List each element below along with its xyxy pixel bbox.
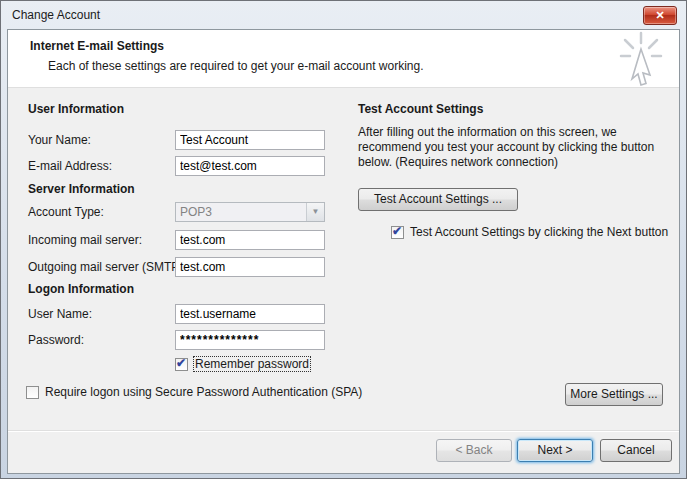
checkmark-icon[interactable] xyxy=(391,226,404,239)
username-input[interactable] xyxy=(175,304,325,324)
checkmark-icon[interactable] xyxy=(175,358,188,371)
test-on-next-label: Test Account Settings by clicking the Ne… xyxy=(410,225,668,239)
your-name-label: Your Name: xyxy=(28,133,91,147)
incoming-server-label: Incoming mail server: xyxy=(28,233,142,247)
footer-separator xyxy=(8,430,679,432)
email-address-label: E-mail Address: xyxy=(28,159,112,173)
test-account-settings-button-label: Test Account Settings ... xyxy=(374,192,502,206)
outgoing-server-input[interactable] xyxy=(175,257,325,277)
account-type-value: POP3 xyxy=(176,205,306,219)
username-label: User Name: xyxy=(28,307,92,321)
server-information-heading: Server Information xyxy=(28,182,135,196)
back-button[interactable]: < Back xyxy=(436,439,512,462)
next-button-label: Next > xyxy=(537,443,572,457)
test-account-settings-heading: Test Account Settings xyxy=(358,102,483,116)
back-button-label: < Back xyxy=(455,443,492,457)
spa-label: Require logon using Secure Password Auth… xyxy=(45,385,362,399)
user-information-heading: User Information xyxy=(28,102,124,116)
incoming-server-input[interactable] xyxy=(175,230,325,250)
change-account-dialog: Change Account ✕ Internet E-mail Setting… xyxy=(0,0,687,479)
close-icon: ✕ xyxy=(655,9,664,21)
account-type-label: Account Type: xyxy=(28,205,104,219)
account-type-dropdown[interactable]: POP3 ▼ xyxy=(175,202,325,222)
sparkle-cursor-icon xyxy=(601,31,663,91)
page-title: Internet E-mail Settings xyxy=(30,39,164,53)
cancel-button-label: Cancel xyxy=(617,443,654,457)
your-name-input[interactable] xyxy=(175,130,325,150)
dialog-header: Internet E-mail Settings Each of these s… xyxy=(8,30,679,88)
chevron-down-icon: ▼ xyxy=(306,203,324,221)
close-button[interactable]: ✕ xyxy=(643,6,677,25)
test-on-next-checkbox[interactable]: Test Account Settings by clicking the Ne… xyxy=(391,225,668,239)
dialog-body: Internet E-mail Settings Each of these s… xyxy=(7,29,680,474)
more-settings-button[interactable]: More Settings ... xyxy=(565,383,663,406)
next-button[interactable]: Next > xyxy=(517,439,593,462)
checkbox-icon[interactable] xyxy=(26,386,39,399)
test-settings-description: After filling out the information on thi… xyxy=(358,125,680,170)
page-subtitle: Each of these settings are required to g… xyxy=(48,59,424,73)
password-input[interactable] xyxy=(175,330,325,350)
logon-information-heading: Logon Information xyxy=(28,282,134,296)
password-label: Password: xyxy=(28,333,84,347)
remember-password-label: Remember password xyxy=(194,357,310,371)
outgoing-server-label: Outgoing mail server (SMTP): xyxy=(28,260,187,274)
email-address-input[interactable] xyxy=(175,156,325,176)
titlebar[interactable]: Change Account ✕ xyxy=(1,1,686,29)
spa-checkbox[interactable]: Require logon using Secure Password Auth… xyxy=(26,385,362,399)
more-settings-button-label: More Settings ... xyxy=(570,387,657,401)
window-title: Change Account xyxy=(12,8,100,22)
cancel-button[interactable]: Cancel xyxy=(600,439,672,462)
remember-password-checkbox[interactable]: Remember password xyxy=(175,357,310,371)
test-account-settings-button[interactable]: Test Account Settings ... xyxy=(358,188,518,211)
